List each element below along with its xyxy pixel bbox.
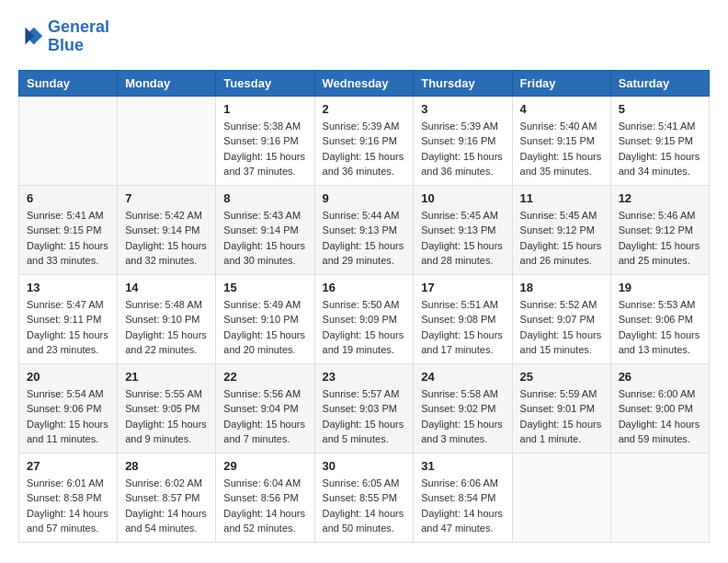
calendar-cell: 24Sunrise: 5:58 AMSunset: 9:02 PMDayligh… — [414, 363, 512, 453]
weekday-header-row: SundayMondayTuesdayWednesdayThursdayFrid… — [19, 70, 710, 96]
weekday-header-tuesday: Tuesday — [216, 70, 314, 96]
day-number: 4 — [520, 102, 603, 116]
calendar-cell — [512, 453, 610, 542]
day-info: Sunrise: 5:43 AMSunset: 9:14 PMDaylight:… — [223, 208, 306, 269]
calendar-cell: 29Sunrise: 6:04 AMSunset: 8:56 PMDayligh… — [216, 453, 314, 542]
day-number: 30 — [323, 459, 406, 473]
day-number: 26 — [619, 370, 701, 384]
day-number: 10 — [421, 191, 504, 205]
calendar-cell: 7Sunrise: 5:42 AMSunset: 9:14 PMDaylight… — [118, 185, 216, 274]
calendar-cell: 11Sunrise: 5:45 AMSunset: 9:12 PMDayligh… — [512, 185, 610, 274]
day-info: Sunrise: 5:39 AMSunset: 9:16 PMDaylight:… — [323, 119, 406, 179]
calendar-cell: 9Sunrise: 5:44 AMSunset: 9:13 PMDaylight… — [314, 185, 414, 274]
day-info: Sunrise: 6:01 AMSunset: 8:58 PMDaylight:… — [27, 476, 109, 536]
calendar-cell: 16Sunrise: 5:50 AMSunset: 9:09 PMDayligh… — [314, 274, 414, 363]
calendar-cell: 25Sunrise: 5:59 AMSunset: 9:01 PMDayligh… — [512, 363, 610, 453]
day-info: Sunrise: 5:38 AMSunset: 9:16 PMDaylight:… — [223, 119, 306, 179]
day-number: 8 — [223, 191, 306, 205]
weekday-header-sunday: Sunday — [19, 70, 118, 96]
calendar-cell: 1Sunrise: 5:38 AMSunset: 9:16 PMDaylight… — [216, 96, 314, 185]
calendar-cell: 15Sunrise: 5:49 AMSunset: 9:10 PMDayligh… — [216, 274, 314, 363]
day-number: 17 — [421, 281, 504, 294]
day-number: 12 — [619, 191, 701, 205]
day-info: Sunrise: 5:48 AMSunset: 9:10 PMDaylight:… — [125, 297, 208, 358]
weekday-header-monday: Monday — [118, 70, 216, 96]
calendar-cell: 22Sunrise: 5:56 AMSunset: 9:04 PMDayligh… — [216, 363, 314, 453]
day-info: Sunrise: 5:50 AMSunset: 9:09 PMDaylight:… — [323, 297, 406, 358]
calendar-cell — [610, 453, 709, 542]
day-info: Sunrise: 5:45 AMSunset: 9:12 PMDaylight:… — [520, 208, 603, 269]
day-info: Sunrise: 5:41 AMSunset: 9:15 PMDaylight:… — [619, 119, 701, 179]
calendar-week-row: 6Sunrise: 5:41 AMSunset: 9:15 PMDaylight… — [19, 185, 710, 274]
calendar-cell: 14Sunrise: 5:48 AMSunset: 9:10 PMDayligh… — [118, 274, 216, 363]
calendar-week-row: 13Sunrise: 5:47 AMSunset: 9:11 PMDayligh… — [19, 274, 710, 363]
calendar-week-row: 1Sunrise: 5:38 AMSunset: 9:16 PMDaylight… — [19, 96, 710, 185]
day-info: Sunrise: 5:40 AMSunset: 9:15 PMDaylight:… — [520, 119, 603, 179]
day-info: Sunrise: 5:41 AMSunset: 9:15 PMDaylight:… — [27, 208, 109, 269]
day-info: Sunrise: 5:56 AMSunset: 9:04 PMDaylight:… — [223, 386, 306, 447]
day-number: 27 — [27, 459, 109, 473]
day-number: 3 — [421, 102, 504, 116]
calendar-table: SundayMondayTuesdayWednesdayThursdayFrid… — [18, 70, 710, 543]
logo-text: General Blue — [48, 18, 109, 55]
day-number: 9 — [323, 191, 406, 205]
day-info: Sunrise: 6:05 AMSunset: 8:55 PMDaylight:… — [323, 476, 406, 536]
weekday-header-wednesday: Wednesday — [314, 70, 414, 96]
day-info: Sunrise: 5:46 AMSunset: 9:12 PMDaylight:… — [619, 208, 701, 269]
calendar-cell: 6Sunrise: 5:41 AMSunset: 9:15 PMDaylight… — [19, 185, 118, 274]
day-number: 25 — [520, 370, 603, 384]
calendar-cell: 27Sunrise: 6:01 AMSunset: 8:58 PMDayligh… — [19, 453, 118, 542]
day-number: 21 — [125, 370, 208, 384]
calendar-cell — [118, 96, 216, 185]
calendar-cell: 8Sunrise: 5:43 AMSunset: 9:14 PMDaylight… — [216, 185, 314, 274]
day-number: 2 — [323, 102, 406, 116]
day-info: Sunrise: 6:02 AMSunset: 8:57 PMDaylight:… — [125, 476, 208, 536]
day-number: 19 — [619, 281, 701, 294]
calendar-cell — [19, 96, 118, 185]
day-number: 14 — [125, 281, 208, 294]
day-number: 16 — [323, 281, 406, 294]
day-info: Sunrise: 6:00 AMSunset: 9:00 PMDaylight:… — [619, 386, 701, 447]
page-header: General Blue — [18, 18, 710, 55]
calendar-cell: 20Sunrise: 5:54 AMSunset: 9:06 PMDayligh… — [19, 363, 118, 453]
logo: General Blue — [18, 18, 109, 55]
calendar-week-row: 20Sunrise: 5:54 AMSunset: 9:06 PMDayligh… — [19, 363, 710, 453]
day-info: Sunrise: 5:54 AMSunset: 9:06 PMDaylight:… — [27, 386, 109, 447]
day-number: 5 — [619, 102, 701, 116]
day-info: Sunrise: 5:45 AMSunset: 9:13 PMDaylight:… — [421, 208, 504, 269]
day-number: 1 — [223, 102, 306, 116]
calendar-cell: 5Sunrise: 5:41 AMSunset: 9:15 PMDaylight… — [610, 96, 709, 185]
calendar-cell: 10Sunrise: 5:45 AMSunset: 9:13 PMDayligh… — [414, 185, 512, 274]
calendar-cell: 2Sunrise: 5:39 AMSunset: 9:16 PMDaylight… — [314, 96, 414, 185]
day-info: Sunrise: 5:51 AMSunset: 9:08 PMDaylight:… — [421, 297, 504, 358]
calendar-cell: 19Sunrise: 5:53 AMSunset: 9:06 PMDayligh… — [610, 274, 709, 363]
day-number: 13 — [27, 281, 109, 294]
day-number: 31 — [421, 459, 504, 473]
weekday-header-saturday: Saturday — [610, 70, 709, 96]
day-info: Sunrise: 5:59 AMSunset: 9:01 PMDaylight:… — [520, 386, 603, 447]
calendar-cell: 3Sunrise: 5:39 AMSunset: 9:16 PMDaylight… — [414, 96, 512, 185]
day-info: Sunrise: 5:47 AMSunset: 9:11 PMDaylight:… — [27, 297, 109, 358]
day-info: Sunrise: 5:42 AMSunset: 9:14 PMDaylight:… — [125, 208, 208, 269]
day-number: 11 — [520, 191, 603, 205]
logo-icon — [18, 24, 44, 50]
day-info: Sunrise: 6:06 AMSunset: 8:54 PMDaylight:… — [421, 476, 504, 536]
calendar-cell: 23Sunrise: 5:57 AMSunset: 9:03 PMDayligh… — [314, 363, 414, 453]
calendar-cell: 30Sunrise: 6:05 AMSunset: 8:55 PMDayligh… — [314, 453, 414, 542]
day-info: Sunrise: 5:39 AMSunset: 9:16 PMDaylight:… — [421, 119, 504, 179]
day-info: Sunrise: 6:04 AMSunset: 8:56 PMDaylight:… — [223, 476, 306, 536]
day-info: Sunrise: 5:52 AMSunset: 9:07 PMDaylight:… — [520, 297, 603, 358]
day-info: Sunrise: 5:53 AMSunset: 9:06 PMDaylight:… — [619, 297, 701, 358]
calendar-cell: 18Sunrise: 5:52 AMSunset: 9:07 PMDayligh… — [512, 274, 610, 363]
day-info: Sunrise: 5:57 AMSunset: 9:03 PMDaylight:… — [323, 386, 406, 447]
calendar-week-row: 27Sunrise: 6:01 AMSunset: 8:58 PMDayligh… — [19, 453, 710, 542]
day-info: Sunrise: 5:58 AMSunset: 9:02 PMDaylight:… — [421, 386, 504, 447]
weekday-header-friday: Friday — [512, 70, 610, 96]
calendar-cell: 21Sunrise: 5:55 AMSunset: 9:05 PMDayligh… — [118, 363, 216, 453]
calendar-cell: 13Sunrise: 5:47 AMSunset: 9:11 PMDayligh… — [19, 274, 118, 363]
day-info: Sunrise: 5:55 AMSunset: 9:05 PMDaylight:… — [125, 386, 208, 447]
day-number: 20 — [27, 370, 109, 384]
day-number: 15 — [223, 281, 306, 294]
day-info: Sunrise: 5:44 AMSunset: 9:13 PMDaylight:… — [323, 208, 406, 269]
day-number: 18 — [520, 281, 603, 294]
